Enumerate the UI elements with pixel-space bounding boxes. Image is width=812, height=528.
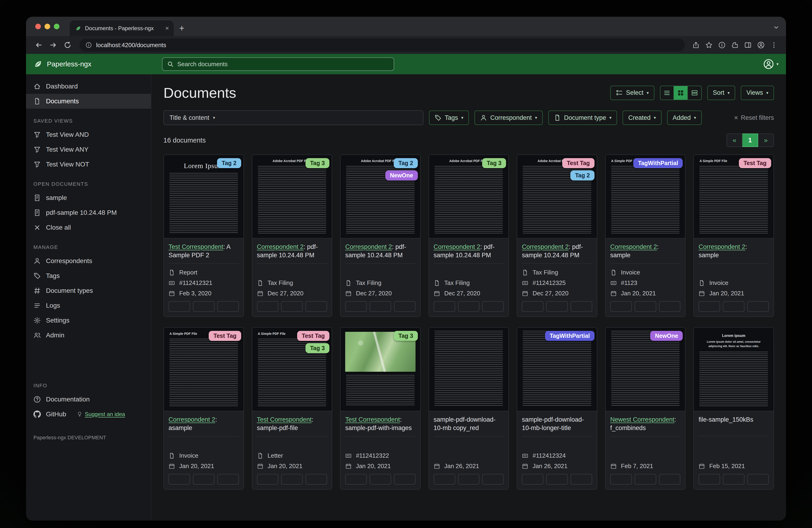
document-thumbnail[interactable]: A Simple PDF File Test Tag [694,155,773,239]
view-button[interactable] [546,474,568,485]
filter-text-input[interactable] [221,114,423,122]
global-search[interactable] [162,57,394,71]
sidebar-item-documents[interactable]: Documents [26,94,151,109]
tag-test-tag[interactable]: Test Tag [297,331,329,341]
view-button[interactable] [193,301,215,312]
edit-button[interactable] [610,301,632,312]
browser-tab[interactable]: Documents - Paperless-ngx × [70,20,174,36]
sidebar-item-test-view-and[interactable]: Test View AND [26,127,151,142]
view-button[interactable] [281,474,303,485]
pagination-prev-button[interactable]: « [727,133,742,147]
info-circle-icon[interactable] [718,41,726,49]
edit-button[interactable] [698,474,720,485]
view-table-button[interactable] [660,86,674,100]
download-button[interactable] [482,474,504,485]
sidebar-item-dashboard[interactable]: Dashboard [26,79,151,94]
view-button[interactable] [369,301,391,312]
download-button[interactable] [217,301,239,312]
sidebar-item-test-view-any[interactable]: Test View ANY [26,142,151,157]
new-tab-button[interactable]: + [179,24,184,32]
correspondent-link[interactable]: Correspondent 2 [698,243,745,250]
sidebar-item-admin[interactable]: Admin [26,328,151,343]
view-button[interactable] [458,474,480,485]
download-button[interactable] [747,474,769,485]
document-thumbnail[interactable]: Lorem ipsumLorem ipsum dolor sit amet, c… [694,328,773,411]
reset-filters-button[interactable]: × Reset filters [734,114,774,122]
minimize-window-button[interactable] [45,24,50,29]
view-detail-button[interactable] [688,86,702,100]
edit-button[interactable] [345,301,367,312]
forward-icon[interactable] [49,41,57,49]
site-info-icon[interactable] [85,42,92,48]
filter-field-selector[interactable]: Title & content ▾ [164,114,221,122]
tag-newone[interactable]: NewOne [650,331,683,341]
pagination-page-1[interactable]: 1 [742,133,758,147]
download-button[interactable] [394,301,416,312]
tag-test-tag[interactable]: Test Tag [739,158,771,168]
user-menu[interactable]: ▾ [763,58,779,70]
document-thumbnail[interactable]: Adobe Acrobat PDF Files Tag 2NewOne [340,155,420,239]
edit-button[interactable] [522,474,543,485]
download-button[interactable] [570,301,592,312]
document-thumbnail[interactable]: Tag 3 [340,328,420,411]
edit-button[interactable] [434,474,455,485]
profile-icon[interactable] [757,41,765,49]
document-thumbnail[interactable]: Adobe Acrobat PDF Files Tag 3 [429,155,509,239]
correspondent-link[interactable]: Newest Correspondent [610,416,675,423]
correspondent-link[interactable]: Correspondent 2 [345,243,392,250]
tag-tag-3[interactable]: Tag 3 [305,343,329,353]
sidebar-item-documentation[interactable]: Documentation [26,392,151,407]
view-button[interactable] [281,301,303,312]
maximize-window-button[interactable] [54,24,59,29]
tab-search-chevron-icon[interactable] [773,24,780,31]
tag-tag-2[interactable]: Tag 2 [394,158,418,168]
tag-tag-3[interactable]: Tag 3 [482,158,506,168]
tag-test-tag[interactable]: Test Tag [562,158,594,168]
download-button[interactable] [305,301,327,312]
select-button[interactable]: Select ▾ [610,86,654,100]
sidebar-item-sample[interactable]: sample [26,190,151,205]
download-button[interactable] [394,474,416,485]
bookmark-star-icon[interactable] [705,41,713,49]
edit-button[interactable] [257,301,278,312]
document-thumbnail[interactable]: A Simple PDF File Test Tag [164,328,244,411]
edit-button[interactable] [610,474,632,485]
filter-tags-button[interactable]: Tags▾ [429,111,469,125]
extensions-puzzle-icon[interactable] [731,41,739,49]
suggest-idea-link[interactable]: Suggest an idea [77,411,125,417]
tag-tag-3[interactable]: Tag 3 [394,331,418,341]
view-button[interactable] [369,474,391,485]
sidebar-item-github[interactable]: GitHubSuggest an idea [26,407,151,422]
views-button[interactable]: Views ▾ [741,86,774,100]
download-button[interactable] [747,301,769,312]
document-thumbnail[interactable]: Adobe Acrobat PDF Files Test TagTag 2 [517,155,597,239]
correspondent-link[interactable]: Correspondent 2 [434,243,480,250]
edit-button[interactable] [169,474,190,485]
side-panel-icon[interactable] [744,41,752,49]
address-bar[interactable]: localhost:4200/documents [79,39,685,52]
sidebar-item-close-all[interactable]: Close all [26,220,151,235]
back-icon[interactable] [35,41,43,49]
menu-kebab-icon[interactable] [770,41,778,49]
tag-tagwithpartial[interactable]: TagWithPartial [633,158,683,168]
filter-created-button[interactable]: Created▾ [623,111,661,125]
view-button[interactable] [546,301,568,312]
document-thumbnail[interactable]: NewOne [606,328,685,411]
tag-tagwithpartial[interactable]: TagWithPartial [545,331,594,341]
document-thumbnail[interactable]: TagWithPartial [517,328,597,411]
filter-document-type-button[interactable]: Document type▾ [548,111,617,125]
brand-logo[interactable]: Paperless-ngx [33,59,91,69]
download-button[interactable] [482,301,504,312]
download-button[interactable] [659,301,681,312]
edit-button[interactable] [169,301,190,312]
tag-tag-3[interactable]: Tag 3 [305,158,329,168]
sidebar-item-correspondents[interactable]: Correspondents [26,254,151,268]
tab-close-icon[interactable]: × [165,25,169,32]
correspondent-link[interactable]: Test Correspondent [257,416,312,423]
view-grid-button[interactable] [674,86,688,100]
tag-tag-2[interactable]: Tag 2 [570,170,594,181]
download-button[interactable] [217,474,239,485]
correspondent-link[interactable]: Correspondent 2 [169,416,215,423]
edit-button[interactable] [434,301,455,312]
correspondent-link[interactable]: Test Correspondent [345,416,400,423]
